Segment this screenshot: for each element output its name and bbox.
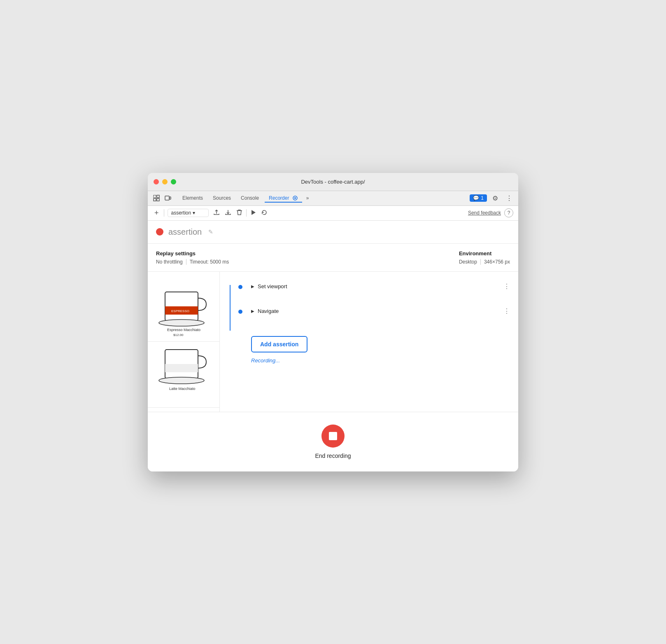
replay-btn[interactable] xyxy=(260,208,269,218)
timeout-value: Timeout: 5000 ms xyxy=(190,259,229,265)
main-content: assertion ✎ Replay settings No throttlin… xyxy=(148,221,518,471)
timeline-line xyxy=(230,285,231,331)
play-btn[interactable] xyxy=(249,208,257,218)
step-1-timeline xyxy=(236,283,245,289)
svg-rect-0 xyxy=(154,195,156,198)
tab-sources[interactable]: Sources xyxy=(209,194,235,203)
delete-btn[interactable] xyxy=(235,208,244,218)
settings-separator-1 xyxy=(186,259,186,265)
end-recording-label: End recording xyxy=(315,453,351,459)
svg-text:$12.00: $12.00 xyxy=(173,333,184,337)
step-1-expand-icon[interactable]: ▶ xyxy=(251,284,254,289)
resolution-value: 346×756 px xyxy=(484,259,510,265)
edit-title-btn[interactable]: ✎ xyxy=(208,229,213,235)
maximize-button[interactable] xyxy=(171,179,176,184)
replay-settings-label: Replay settings xyxy=(156,250,229,257)
traffic-lights xyxy=(154,179,176,184)
close-button[interactable] xyxy=(154,179,159,184)
step-item-navigate: ▶ Navigate ⋮ xyxy=(236,303,510,320)
svg-rect-2 xyxy=(154,198,156,201)
step-1-menu-btn[interactable]: ⋮ xyxy=(503,283,510,290)
svg-text:ESPRESSO: ESPRESSO xyxy=(171,309,189,313)
tab-console[interactable]: Console xyxy=(237,194,263,203)
svg-marker-7 xyxy=(251,210,256,215)
toolbar-divider-2 xyxy=(246,209,247,217)
step-2-dot xyxy=(238,310,242,314)
svg-point-16 xyxy=(159,377,204,384)
tab-elements[interactable]: Elements xyxy=(178,194,207,203)
cursor-icon[interactable] xyxy=(151,193,162,203)
recording-status: Recording... xyxy=(251,357,510,364)
steps-area: ESPRESSO Espresso Macchiato $12.00 xyxy=(148,272,518,412)
tab-icon-group xyxy=(151,193,173,203)
settings-btn[interactable]: ⚙ xyxy=(489,192,501,204)
svg-text:Latte Macchiato: Latte Macchiato xyxy=(169,387,196,391)
export-btn[interactable] xyxy=(212,208,221,218)
stop-recording-btn[interactable] xyxy=(321,425,345,448)
add-recording-btn[interactable]: + xyxy=(153,208,161,218)
svg-rect-5 xyxy=(170,197,171,199)
steps-panel: ▶ Set viewport ⋮ ▶ Navigate xyxy=(220,272,518,412)
toolbar: + assertion ▾ xyxy=(148,206,518,221)
preview-image-bottom: Latte Macchiato xyxy=(148,342,219,408)
step-2-timeline xyxy=(236,308,245,314)
step-2-menu-btn[interactable]: ⋮ xyxy=(503,308,510,315)
environment-value: Desktop 346×756 px xyxy=(459,259,510,265)
environment-label: Environment xyxy=(459,250,510,257)
svg-rect-3 xyxy=(157,198,159,201)
stop-icon xyxy=(329,432,337,440)
add-assertion-btn[interactable]: Add assertion xyxy=(251,336,307,352)
step-1-dot xyxy=(238,285,242,289)
recording-header: assertion ✎ xyxy=(148,221,518,244)
svg-text:Espresso Macchiato: Espresso Macchiato xyxy=(167,328,200,332)
settings-row: Replay settings No throttling Timeout: 5… xyxy=(148,244,518,272)
desktop-value: Desktop xyxy=(459,259,477,265)
replay-settings-block: Replay settings No throttling Timeout: 5… xyxy=(156,250,229,265)
tab-recorder[interactable]: Recorder xyxy=(265,194,302,203)
step-item-set-viewport: ▶ Set viewport ⋮ xyxy=(236,278,510,295)
step-2-expand-icon[interactable]: ▶ xyxy=(251,309,254,313)
svg-rect-4 xyxy=(165,196,169,200)
preview-panel: ESPRESSO Espresso Macchiato $12.00 xyxy=(148,272,220,412)
environment-block: Environment Desktop 346×756 px xyxy=(459,250,510,265)
title-bar: DevTools - coffee-cart.app/ xyxy=(148,173,518,191)
help-btn[interactable]: ? xyxy=(504,208,513,217)
step-1-content[interactable]: ▶ Set viewport xyxy=(251,283,497,289)
minimize-button[interactable] xyxy=(162,179,168,184)
comments-badge[interactable]: 💬 1 xyxy=(470,194,487,202)
step-1-label: Set viewport xyxy=(258,283,287,289)
comment-icon: 💬 xyxy=(473,195,479,201)
svg-point-11 xyxy=(159,320,204,326)
add-assertion-area: Add assertion xyxy=(236,329,510,357)
replay-settings-value: No throttling Timeout: 5000 ms xyxy=(156,259,229,265)
svg-rect-15 xyxy=(165,364,198,372)
end-recording-area: End recording xyxy=(148,412,518,471)
svg-rect-1 xyxy=(157,195,159,198)
device-icon[interactable] xyxy=(163,193,173,203)
import-btn[interactable] xyxy=(224,208,233,218)
throttling-value: No throttling xyxy=(156,259,183,265)
devtools-window: DevTools - coffee-cart.app/ Elements xyxy=(148,173,518,471)
more-btn[interactable]: ⋮ xyxy=(503,192,515,204)
settings-separator-2 xyxy=(480,259,481,265)
toolbar-right: Send feedback ? xyxy=(468,208,513,217)
window-title: DevTools - coffee-cart.app/ xyxy=(301,179,365,185)
recording-indicator xyxy=(156,228,163,236)
recording-select[interactable]: assertion ▾ xyxy=(168,209,209,217)
send-feedback-link[interactable]: Send feedback xyxy=(468,210,501,216)
step-2-content[interactable]: ▶ Navigate xyxy=(251,308,497,314)
toolbar-icons xyxy=(212,208,269,218)
toolbar-divider-1 xyxy=(164,209,164,217)
step-2-label: Navigate xyxy=(258,308,279,314)
tab-bar: Elements Sources Console Recorder » 💬 1 … xyxy=(148,191,518,206)
preview-image-top: ESPRESSO Espresso Macchiato $12.00 xyxy=(148,272,219,342)
recording-title: assertion xyxy=(168,227,202,237)
timeline-container: ▶ Set viewport ⋮ ▶ Navigate xyxy=(228,278,510,364)
tab-bar-right: 💬 1 ⚙ ⋮ xyxy=(470,192,515,204)
more-tabs-btn[interactable]: » xyxy=(304,194,312,203)
